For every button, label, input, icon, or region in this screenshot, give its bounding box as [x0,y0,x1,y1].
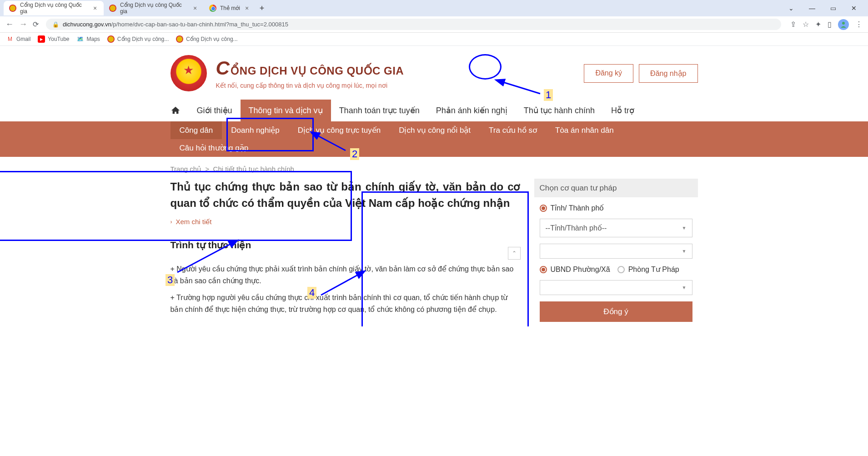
subnav-item-online-services[interactable]: Dịch vụ công trực tuyến [289,121,390,139]
nav-item-support[interactable]: Hỗ trợ [603,100,642,121]
tab-title: Thẻ mới [220,5,240,11]
new-tab-button[interactable]: + [256,2,268,15]
radio-province-row[interactable]: Tỉnh/ Thành phố [540,204,692,212]
paragraph: + Trường hợp người yêu cầu chứng thực ch… [171,292,521,315]
close-window-icon[interactable]: ✕ [847,5,861,12]
breadcrumb-sep: > [203,165,213,173]
extensions-icon[interactable]: ✦ [815,20,821,29]
procedure-title: Thủ tục chứng thực bản sao từ bản chính … [171,179,521,211]
see-more-link[interactable]: › Xem chi tiết [171,218,521,226]
submit-button[interactable]: Đồng ý [540,301,692,322]
bookmarks-bar: MGmail ▶YouTube 🗺️Maps Cổng Dịch vụ công… [0,33,868,46]
radio-label: Phòng Tư Pháp [628,265,679,274]
select-province[interactable]: --Tỉnh/Thành phố-- ▼ [540,219,692,237]
radio-dept-row[interactable]: Phòng Tư Pháp [617,265,679,274]
subnav-item-citizen[interactable]: Công dân [171,121,222,139]
tagline: Kết nối, cung cấp thông tin và dịch vụ c… [216,82,404,89]
back-icon[interactable]: ← [5,20,14,29]
lock-icon: 🔒 [52,21,59,28]
radio-icon [617,266,625,273]
home-icon[interactable] [171,100,189,121]
radio-ward-row[interactable]: UBND Phường/Xã [540,265,610,274]
forward-icon[interactable]: → [19,20,27,29]
select-district[interactable]: ▼ [540,244,692,259]
brand: CỔNG DỊCH VỤ CÔNG QUỐC GIA Kết nối, cung… [171,55,404,91]
radio-label: Tỉnh/ Thành phố [551,204,604,212]
youtube-icon: ▶ [38,35,45,43]
caret-down-icon: ▼ [682,225,687,231]
chevron-down-icon[interactable]: ⌄ [784,5,798,12]
browser-tab[interactable]: Cổng Dịch vụ công Quốc gia × [104,1,204,15]
collapse-button[interactable]: ⌃ [508,247,521,260]
breadcrumb-current: Chi tiết thủ tục hành chính [213,165,294,173]
tab-title: Cổng Dịch vụ công Quốc gia [20,2,88,15]
breadcrumb-home[interactable]: Trang chủ [171,165,202,173]
menu-icon[interactable]: ⋮ [855,20,863,29]
sidebar-column: Chọn cơ quan tư pháp Tỉnh/ Thành phố --T… [534,179,698,326]
browser-tab[interactable]: Cổng Dịch vụ công Quốc gia × [4,1,104,15]
radio-agency-type: UBND Phường/Xã Phòng Tư Pháp [540,265,692,274]
sub-nav: Công dân Doanh nghiệp Dịch vụ công trực … [171,121,698,157]
bookmark-star-icon[interactable]: ☆ [803,20,809,29]
radio-icon [540,266,547,273]
close-icon[interactable]: × [92,5,98,11]
url-text: dichvucong.gov.vn/p/home/dvc-cap-ban-sao… [63,21,288,28]
page: CỔNG DỊCH VỤ CÔNG QUỐC GIA Kết nối, cung… [0,46,868,326]
see-more-label: Xem chi tiết [176,218,212,226]
bookmark-dvc1[interactable]: Cổng Dịch vụ công... [107,35,169,43]
close-icon[interactable]: × [192,5,198,11]
url-input[interactable]: 🔒 dichvucong.gov.vn/p/home/dvc-cap-ban-s… [46,19,781,30]
select-ward[interactable]: ▼ [540,280,692,295]
subnav-item-featured[interactable]: Dịch vụ công nổi bật [390,121,480,139]
favicon-emblem-icon [109,5,116,12]
bookmark-youtube[interactable]: ▶YouTube [38,35,69,43]
national-emblem-icon [171,55,207,91]
share-icon[interactable]: ⇪ [790,20,796,29]
gmail-icon: M [6,35,14,43]
tab-bar: Cổng Dịch vụ công Quốc gia × Cổng Dịch v… [0,0,868,16]
bookmark-dvc2[interactable]: Cổng Dịch vụ công... [176,35,237,43]
subnav-item-court[interactable]: Tòa án nhân dân [546,121,623,139]
devices-icon[interactable]: ▯ [828,20,832,29]
reload-icon[interactable]: ⟳ [33,20,39,29]
bookmark-gmail[interactable]: MGmail [6,35,30,43]
site-title: CỔNG DỊCH VỤ CÔNG QUỐC GIA [216,57,404,79]
site-header: CỔNG DỊCH VỤ CÔNG QUỐC GIA Kết nối, cung… [171,46,698,100]
nav-item-payment[interactable]: Thanh toán trực tuyến [331,100,428,121]
nav-item-procedures[interactable]: Thủ tục hành chính [516,100,603,121]
main-column: Thủ tục chứng thực bản sao từ bản chính … [171,179,521,326]
svg-point-0 [842,22,845,25]
nav-item-feedback[interactable]: Phản ánh kiến nghị [428,100,516,121]
favicon-emblem-icon [9,5,16,12]
chevron-up-icon: ⌃ [512,250,517,256]
login-button[interactable]: Đăng nhập [639,64,697,83]
address-bar: ← → ⟳ 🔒 dichvucong.gov.vn/p/home/dvc-cap… [0,16,868,33]
nav-item-intro[interactable]: Giới thiệu [189,100,241,121]
caret-down-icon: ▼ [682,285,687,290]
register-button[interactable]: Đăng ký [584,64,633,83]
favicon-chrome-icon [209,5,216,12]
radio-icon [540,205,547,212]
nav-item-info-services[interactable]: Thông tin và dịch vụ [241,100,331,121]
maximize-icon[interactable]: ▭ [826,5,840,12]
sub-nav-bg: Công dân Doanh nghiệp Dịch vụ công trực … [0,121,868,157]
subnav-item-lookup[interactable]: Tra cứu hồ sơ [480,121,546,139]
bookmark-maps[interactable]: 🗺️Maps [77,35,100,43]
content: Thủ tục chứng thực bản sao từ bản chính … [171,179,698,326]
main-nav: Giới thiệu Thông tin và dịch vụ Thanh to… [171,100,698,121]
minimize-icon[interactable]: — [805,5,819,12]
section-title-procedure: Trình tự thực hiện [171,240,521,251]
browser-tab[interactable]: Thẻ mới × [204,1,256,15]
chevron-right-icon: › [171,219,172,225]
auth-buttons: Đăng ký Đăng nhập [584,64,697,83]
emblem-icon [176,35,183,43]
subnav-item-business[interactable]: Doanh nghiệp [222,121,288,139]
profile-avatar-icon[interactable] [838,19,849,30]
close-icon[interactable]: × [244,5,250,11]
sidebar-panel-body: Tỉnh/ Thành phố --Tỉnh/Thành phố-- ▼ ▼ U… [534,197,698,326]
emblem-icon [107,35,115,43]
select-value: --Tỉnh/Thành phố-- [546,224,607,232]
section-body: + Người yêu cầu chứng thực phải xuất trì… [171,263,521,315]
subnav-item-faq[interactable]: Câu hỏi thường gặp [171,139,698,157]
maps-icon: 🗺️ [77,35,84,43]
